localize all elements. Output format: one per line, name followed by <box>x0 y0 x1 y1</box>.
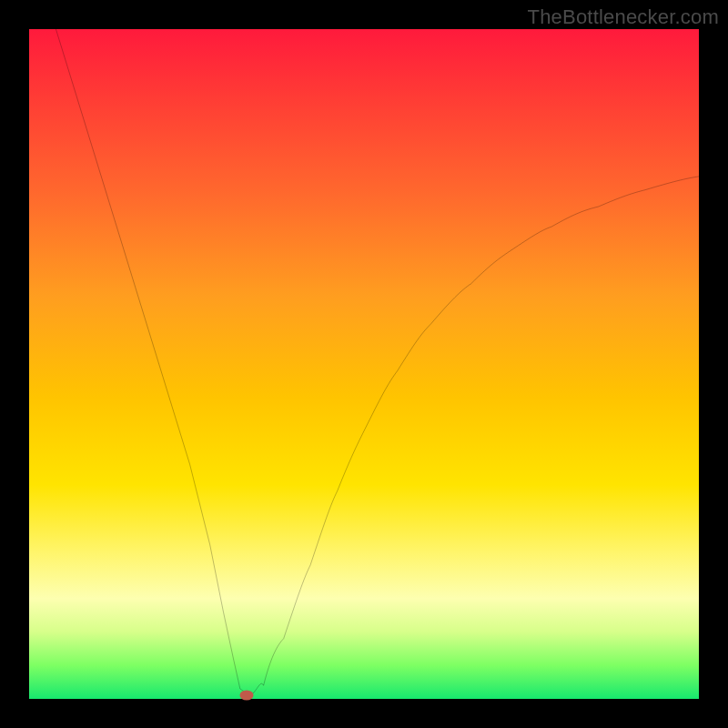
chart-frame: TheBottlenecker.com <box>0 0 728 728</box>
attribution-text: TheBottlenecker.com <box>528 5 719 29</box>
bottleneck-curve <box>56 29 699 695</box>
curve-svg <box>29 29 699 699</box>
plot-area <box>29 29 699 699</box>
optimal-marker <box>240 690 254 700</box>
